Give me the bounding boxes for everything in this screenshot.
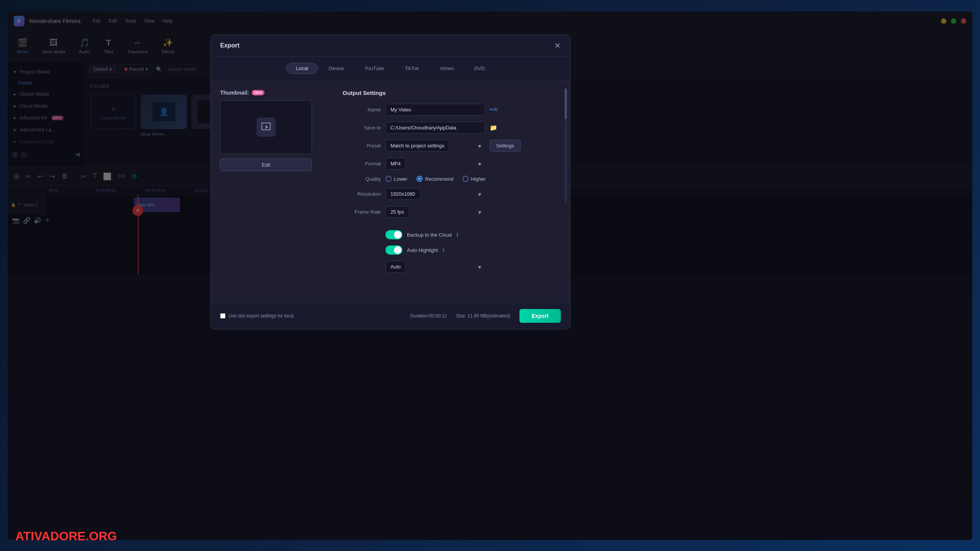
auto-select-wrapper: Auto	[385, 261, 485, 273]
export-modal: Export ✕ Local Device YouTube TikTok Vi	[211, 34, 570, 329]
output-settings: Output Settings Name ✏AI Save to	[327, 90, 561, 293]
format-select[interactable]: MP4	[385, 158, 406, 170]
export-scrollbar[interactable]	[565, 88, 567, 203]
export-tabs: Local Device YouTube TikTok Vimeo DVD	[211, 57, 570, 80]
preset-label: Preset	[343, 143, 381, 149]
resolution-select[interactable]: 1920x1080	[385, 188, 420, 200]
app-window: F Wondershare Filmora File Edit Tools Vi…	[8, 11, 972, 540]
export-close-button[interactable]: ✕	[554, 41, 561, 50]
thumbnail-label-row: Thumbnail: NEW	[220, 90, 327, 96]
preset-select[interactable]: Match to project settings	[385, 140, 449, 152]
settings-row-preset: Preset Match to project settings Setting…	[343, 140, 561, 152]
export-title: Export	[220, 42, 240, 49]
frame-rate-select[interactable]: 25 fps	[385, 206, 409, 218]
output-settings-title: Output Settings	[343, 90, 561, 96]
auto-highlight-toggle[interactable]	[385, 245, 402, 255]
settings-row-name: Name ✏AI	[343, 104, 561, 116]
watermark: ATIVADORE.ORG	[15, 529, 117, 543]
backup-cloud-label: Backup to the Cloud	[407, 232, 452, 238]
save-to-input[interactable]	[385, 122, 485, 134]
quality-recommend[interactable]: Recommend	[416, 176, 453, 182]
tab-dvd[interactable]: DVD	[465, 63, 494, 74]
spacer	[343, 224, 561, 230]
export-body: Thumbnail: NEW Edit	[211, 80, 570, 302]
tab-vimeo[interactable]: Vimeo	[430, 63, 463, 74]
backup-cloud-row: Backup to the Cloud ℹ	[343, 230, 561, 239]
svg-text:✏AI: ✏AI	[490, 107, 497, 112]
settings-button[interactable]: Settings	[490, 140, 521, 152]
radio-recommend-circle	[416, 176, 423, 182]
footer-right: Duration:00:00:12 Size: 11.80 MB(estimat…	[410, 309, 561, 323]
format-select-wrapper: MP4	[385, 158, 485, 170]
settings-row-save-to: Save to 📁	[343, 122, 561, 134]
preset-select-wrapper: Match to project settings	[385, 140, 485, 152]
tab-youtube[interactable]: YouTube	[355, 63, 394, 74]
radio-recommend-label: Recommend	[425, 176, 453, 182]
resolution-label: Resolution	[343, 191, 381, 197]
browse-folder-button[interactable]: 📁	[490, 124, 497, 131]
settings-row-format: Format MP4	[343, 158, 561, 170]
toggle-knob-2	[394, 246, 402, 254]
resolution-select-wrapper: 1920x1080	[385, 188, 485, 200]
auto-highlight-row: Auto Highlight ℹ	[343, 245, 561, 255]
size-info: Size: 11.80 MB(estimated)	[456, 313, 510, 319]
auto-select[interactable]: Auto	[385, 261, 406, 273]
name-input[interactable]	[385, 104, 485, 116]
frame-rate-label: Frame Rate	[343, 209, 381, 215]
modal-overlay: Export ✕ Local Device YouTube TikTok Vi	[8, 11, 972, 540]
settings-row-quality: Quality Lower Recommend	[343, 176, 561, 182]
auto-highlight-label: Auto Highlight	[407, 247, 438, 253]
quality-higher[interactable]: Higher	[462, 176, 485, 182]
thumbnail-section: Thumbnail: NEW Edit	[220, 90, 327, 293]
duration-info: Duration:00:00:12	[410, 313, 447, 319]
ai-name-button[interactable]: ✏AI	[490, 105, 497, 114]
settings-row-resolution: Resolution 1920x1080	[343, 188, 561, 200]
radio-lower-circle	[385, 176, 392, 182]
thumbnail-new-badge: NEW	[252, 90, 265, 95]
tab-local[interactable]: Local	[286, 63, 317, 74]
tab-device[interactable]: Device	[319, 63, 354, 74]
export-footer: Use last export settings for local Durat…	[211, 302, 570, 329]
last-settings-checkbox[interactable]	[220, 313, 225, 319]
backup-cloud-toggle[interactable]	[385, 230, 402, 239]
save-to-label: Save to	[343, 125, 381, 131]
quality-lower[interactable]: Lower	[385, 176, 407, 182]
export-header: Export ✕	[211, 35, 570, 57]
quality-label: Quality	[343, 176, 381, 182]
backup-info-icon[interactable]: ℹ	[456, 232, 458, 238]
thumbnail-edit-button[interactable]: Edit	[220, 159, 312, 171]
radio-higher-label: Higher	[471, 176, 485, 182]
auto-select-row: Auto	[343, 261, 561, 273]
radio-lower-label: Lower	[394, 176, 407, 182]
export-scrollbar-thumb	[565, 88, 567, 119]
auto-highlight-info-icon[interactable]: ℹ	[443, 247, 444, 253]
thumbnail-preview	[220, 100, 312, 154]
name-label: Name	[343, 107, 381, 113]
tab-tiktok[interactable]: TikTok	[395, 63, 428, 74]
quality-options: Lower Recommend Higher	[385, 176, 485, 182]
frame-rate-select-wrapper: 25 fps	[385, 206, 485, 218]
last-settings-label: Use last export settings for local	[229, 313, 294, 319]
toggle-knob	[394, 231, 402, 239]
settings-row-frame-rate: Frame Rate 25 fps	[343, 206, 561, 218]
format-label: Format	[343, 161, 381, 167]
radio-higher-circle	[462, 176, 469, 182]
export-button[interactable]: Export	[519, 309, 561, 323]
footer-left: Use last export settings for local	[220, 313, 294, 319]
thumbnail-icon	[256, 118, 276, 137]
